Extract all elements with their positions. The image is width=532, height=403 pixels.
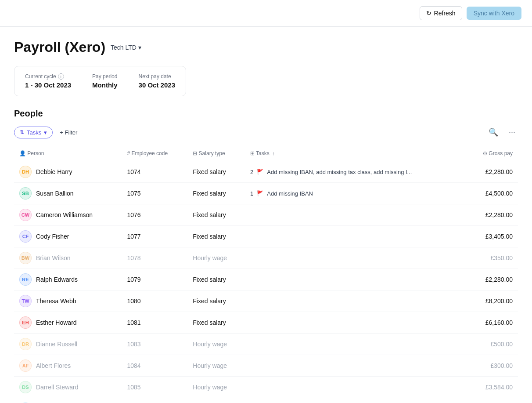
person-cell: DH Debbie Harry	[14, 161, 122, 183]
sort-icon: ⇅	[20, 129, 24, 135]
col-salary-type: ⊟ Salary type	[187, 146, 245, 161]
gross-pay-cell: £3,600.00	[466, 398, 518, 403]
gross-pay-cell: £4,500.00	[466, 183, 518, 204]
salary-type-cell: Hourly wage	[187, 355, 245, 377]
avatar: DS	[19, 381, 32, 393]
person-name: Cody Fisher	[36, 233, 69, 240]
top-bar: ↻ Refresh Sync with Xero	[0, 0, 532, 27]
sort-asc-icon: ↑	[272, 151, 275, 156]
refresh-button[interactable]: ↻ Refresh	[420, 6, 462, 20]
table-row[interactable]: CF Cody Fisher 1077Fixed salary£3,405.00	[14, 226, 518, 247]
tasks-cell: 2 🚩 Add missing IBAN, add missing tax cl…	[245, 161, 466, 183]
employee-code-cell: 1086	[122, 398, 187, 403]
search-button[interactable]: 🔍	[486, 126, 501, 139]
person-cell: CF Cody Fisher	[14, 226, 122, 247]
person-name: Albert Flores	[36, 362, 71, 369]
tasks-cell	[245, 334, 466, 355]
tasks-cell	[245, 355, 466, 377]
tasks-cell	[245, 269, 466, 290]
avatar: AF	[19, 359, 32, 372]
tasks-cell	[245, 290, 466, 312]
table-row[interactable]: SB Susan Ballion 1075Fixed salary 1 🚩 Ad…	[14, 183, 518, 204]
employee-code-cell: 1084	[122, 355, 187, 377]
employee-code-cell: 1078	[122, 247, 187, 269]
person-name: Theresa Webb	[36, 298, 76, 305]
chevron-down-icon: ▾	[44, 129, 47, 136]
avatar: EH	[19, 316, 32, 329]
salary-type-cell: Fixed salary	[187, 204, 245, 226]
col-gross-pay: ⊙ Gross pay	[466, 146, 518, 161]
avatar: TW	[19, 295, 32, 307]
more-options-button[interactable]: ···	[506, 126, 518, 139]
person-name: Debbie Harry	[36, 168, 72, 175]
gross-pay-cell: £3,405.00	[466, 226, 518, 247]
page-title: Payroll (Xero)	[14, 39, 105, 55]
person-name: Susan Ballion	[36, 190, 74, 197]
table-row[interactable]: TW Theresa Webb 1080Fixed salary£8,200.0…	[14, 290, 518, 312]
person-name: Ralph Edwards	[36, 276, 78, 283]
table-row[interactable]: RE Ralph Edwards 1079Fixed salary£2,280.…	[14, 269, 518, 290]
avatar: CW	[19, 209, 32, 221]
table-row[interactable]: CW Cameron Williamson 1076Fixed salary£2…	[14, 204, 518, 226]
person-cell: SB Susan Ballion	[14, 183, 122, 204]
toolbar: ⇅ Tasks ▾ + Filter 🔍 ···	[14, 126, 518, 139]
table-row[interactable]: BW Brian Wilson 1078Hourly wage£350.00	[14, 247, 518, 269]
person-cell: AF Albert Flores	[14, 355, 122, 377]
table-row[interactable]: DR Dianne Russell 1083Hourly wage£500.00	[14, 334, 518, 355]
flag-icon: 🚩	[257, 169, 263, 175]
gross-pay-cell: £3,584.00	[466, 377, 518, 398]
cycle-pay-period: Pay period Monthly	[92, 73, 118, 89]
cycle-current: Current cycle i 1 - 30 Oct 2023	[25, 73, 71, 89]
ellipsis-icon: ···	[509, 128, 515, 137]
person-icon: 👤	[19, 150, 26, 156]
title-row: Payroll (Xero) Tech LTD ▾	[14, 39, 518, 55]
task-text: Add missing IBAN	[267, 190, 313, 197]
employee-code-cell: 1076	[122, 204, 187, 226]
person-cell: BW Brian Wilson	[14, 247, 122, 269]
avatar: RE	[19, 273, 32, 286]
person-name: Cameron Williamson	[36, 211, 93, 218]
table-row[interactable]: AF Albert Flores 1084Hourly wage£300.00	[14, 355, 518, 377]
col-tasks[interactable]: ⊞ Tasks ↑	[245, 146, 466, 161]
employee-code-cell: 1077	[122, 226, 187, 247]
filter-button[interactable]: + Filter	[56, 127, 81, 138]
salary-type-cell: Fixed salary	[187, 290, 245, 312]
avatar: SB	[19, 187, 32, 200]
sync-xero-button[interactable]: Sync with Xero	[467, 7, 521, 20]
person-cell: DL Devon Lane	[14, 398, 122, 403]
tasks-cell	[245, 226, 466, 247]
person-cell: TW Theresa Webb	[14, 290, 122, 312]
salary-type-cell: Hourly wage	[187, 247, 245, 269]
pay-icon: ⊙	[483, 150, 487, 156]
employee-code-cell: 1085	[122, 377, 187, 398]
gross-pay-cell: £2,280.00	[466, 269, 518, 290]
info-icon[interactable]: i	[58, 73, 64, 80]
col-person: 👤 Person	[14, 146, 122, 161]
person-name: Brian Wilson	[36, 254, 71, 261]
gross-pay-cell: £2,280.00	[466, 161, 518, 183]
task-count: 2	[250, 169, 253, 175]
person-name: Esther Howard	[36, 319, 77, 326]
tasks-cell	[245, 398, 466, 403]
employee-code-cell: 1081	[122, 312, 187, 334]
hash-icon: #	[127, 150, 130, 156]
flag-icon: 🚩	[257, 190, 263, 196]
tasks-cell	[245, 312, 466, 334]
table-row[interactable]: DH Debbie Harry 1074Fixed salary 2 🚩 Add…	[14, 161, 518, 183]
avatar: DR	[19, 338, 32, 350]
tasks-filter-button[interactable]: ⇅ Tasks ▾	[14, 127, 53, 138]
gross-pay-cell: £500.00	[466, 334, 518, 355]
table-row[interactable]: EH Esther Howard 1081Fixed salary£6,160.…	[14, 312, 518, 334]
tasks-cell	[245, 204, 466, 226]
employee-code-cell: 1074	[122, 161, 187, 183]
col-employee-code: # Employee code	[122, 146, 187, 161]
company-selector[interactable]: Tech LTD ▾	[111, 44, 141, 51]
tasks-cell	[245, 247, 466, 269]
table-row[interactable]: DL Devon Lane 1086Fixed salary£3,600.00	[14, 398, 518, 403]
gross-pay-cell: £300.00	[466, 355, 518, 377]
employee-code-cell: 1075	[122, 183, 187, 204]
salary-type-cell: Fixed salary	[187, 312, 245, 334]
tasks-cell	[245, 377, 466, 398]
employee-code-cell: 1079	[122, 269, 187, 290]
table-row[interactable]: DS Darrell Steward 1085Hourly wage£3,584…	[14, 377, 518, 398]
